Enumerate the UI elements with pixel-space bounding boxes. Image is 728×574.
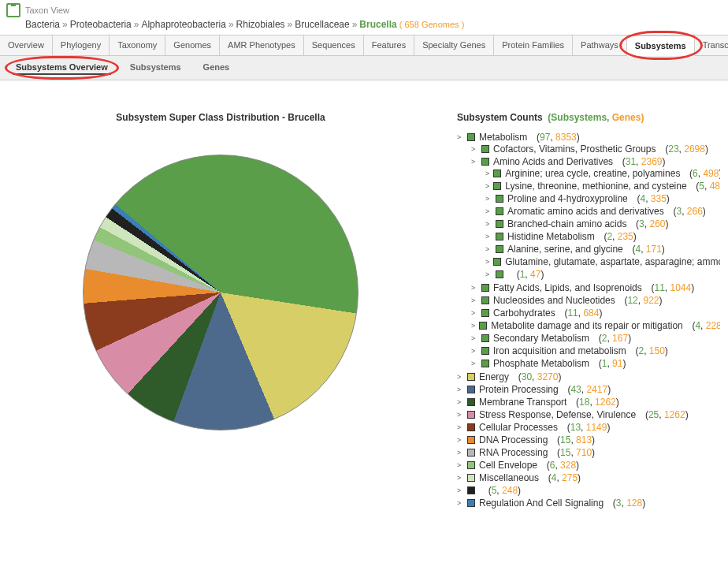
caret-icon[interactable]: > xyxy=(457,486,463,494)
tree-item[interactable]: >Alanine, serine, and glycine (4, 171) xyxy=(485,243,720,255)
tree-item[interactable]: >Regulation And Cell Signaling (3, 128) xyxy=(457,497,720,509)
breadcrumb-link[interactable]: Brucellaceae xyxy=(295,19,349,30)
tree-item[interactable]: >Cellular Processes (13, 1149) xyxy=(457,421,720,434)
tree-counts: (3, 260) xyxy=(630,218,668,229)
caret-icon[interactable]: > xyxy=(457,133,463,141)
tabbar: OverviewPhylogenyTaxonomyGenomesAMR Phen… xyxy=(0,35,728,56)
caret-icon[interactable]: > xyxy=(457,386,463,393)
tab-features[interactable]: Features xyxy=(364,35,414,55)
color-swatch xyxy=(467,436,475,444)
tree-item[interactable]: >DNA Processing (15, 813) xyxy=(457,434,720,446)
tree-label: Iron acquisition and metabolism xyxy=(493,345,626,356)
caret-icon[interactable]: > xyxy=(457,461,463,469)
color-swatch xyxy=(467,398,475,406)
tree-item[interactable]: >Iron acquisition and metabolism (2, 150… xyxy=(471,345,720,357)
tree-counts: (4, 228) xyxy=(687,320,720,331)
tree-item[interactable]: >Amino Acids and Derivatives (31, 2369)>… xyxy=(471,155,720,281)
tab-pathways[interactable]: Pathways xyxy=(573,35,627,55)
caret-icon[interactable]: > xyxy=(457,423,463,431)
caret-icon[interactable]: > xyxy=(457,474,463,482)
caret-icon[interactable]: > xyxy=(457,449,463,457)
tree-item[interactable]: >Protein Processing (43, 2417) xyxy=(457,383,720,396)
tree-item[interactable]: >Cofactors, Vitamins, Prosthetic Groups … xyxy=(471,143,720,155)
caret-icon[interactable]: > xyxy=(471,334,477,342)
breadcrumb-link[interactable]: Bacteria xyxy=(25,19,60,30)
subtab-subsystems[interactable]: Subsystems xyxy=(127,61,184,75)
caret-icon[interactable]: > xyxy=(457,499,463,507)
tree-item[interactable]: >Phosphate Metabolism (1, 91) xyxy=(471,357,720,370)
tree-item[interactable]: > (1, 47) xyxy=(485,268,720,281)
tree-item[interactable]: >Membrane Transport (18, 1262) xyxy=(457,396,720,408)
tree-item[interactable]: >Energy (30, 3270) xyxy=(457,371,720,383)
tree-item[interactable]: >Aromatic amino acids and derivatives (3… xyxy=(485,205,720,218)
caret-icon[interactable]: > xyxy=(485,258,489,266)
view-label: Taxon View xyxy=(25,6,69,15)
tree-counts: (12, 922) xyxy=(619,295,663,306)
tree-item[interactable]: >RNA Processing (15, 710) xyxy=(457,446,720,459)
caret-icon[interactable]: > xyxy=(471,360,477,367)
subtab-subsystems-overview[interactable]: Subsystems Overview xyxy=(13,61,111,75)
caret-icon[interactable]: > xyxy=(471,347,477,355)
tree-item[interactable]: >Stress Response, Defense, Virulence (25… xyxy=(457,408,720,421)
tab-taxonomy[interactable]: Taxonomy xyxy=(110,35,165,55)
tab-phylogeny[interactable]: Phylogeny xyxy=(53,35,110,55)
tree-label: Proline and 4-hydroxyproline xyxy=(507,193,628,204)
tab-transcriptomics[interactable]: Transcriptomics xyxy=(695,35,728,55)
tree-counts: (4, 335) xyxy=(632,193,670,204)
color-swatch xyxy=(481,360,489,367)
caret-icon[interactable]: > xyxy=(471,158,477,166)
caret-icon[interactable]: > xyxy=(471,145,477,153)
tab-subsystems[interactable]: Subsystems xyxy=(627,35,695,56)
tree-item[interactable]: >Arginine; urea cycle, creatine, polyami… xyxy=(485,167,720,180)
tree-item[interactable]: > (5, 248) xyxy=(457,484,720,497)
caret-icon[interactable]: > xyxy=(457,436,463,444)
tab-genomes[interactable]: Genomes xyxy=(165,35,220,55)
tree-item[interactable]: >Carbohydrates (11, 684) xyxy=(471,307,720,319)
caret-icon[interactable]: > xyxy=(485,170,489,177)
tree-label: Branched-chain amino acids xyxy=(507,218,626,229)
tree-item[interactable]: >Histidine Metabolism (2, 235) xyxy=(485,230,720,243)
tree-item[interactable]: >Metabolite damage and its repair or mit… xyxy=(471,319,720,332)
breadcrumb-link[interactable]: Proteobacteria xyxy=(70,19,132,30)
tree-counts: (4, 275) xyxy=(543,472,581,483)
tree-item[interactable]: >Proline and 4-hydroxyproline (4, 335) xyxy=(485,192,720,205)
caret-icon[interactable]: > xyxy=(457,398,463,406)
caret-icon[interactable]: > xyxy=(485,182,489,190)
caret-icon[interactable]: > xyxy=(485,233,492,240)
caret-icon[interactable]: > xyxy=(457,373,463,381)
tree-item[interactable]: >Metabolism (97, 8353)>Cofactors, Vitami… xyxy=(457,131,720,371)
tree-item[interactable]: >Secondary Metabolism (2, 167) xyxy=(471,332,720,345)
tab-protein-families[interactable]: Protein Families xyxy=(494,35,573,55)
caret-icon[interactable]: > xyxy=(485,270,492,278)
breadcrumb-link[interactable]: Alphaproteobacteria xyxy=(141,19,225,30)
caret-icon[interactable]: > xyxy=(471,309,477,317)
tab-sequences[interactable]: Sequences xyxy=(304,35,364,55)
tree-item[interactable]: >Miscellaneous (4, 275) xyxy=(457,472,720,484)
caret-icon[interactable]: > xyxy=(471,296,477,304)
tab-specialty-genes[interactable]: Specialty Genes xyxy=(414,35,494,55)
subtab-genes[interactable]: Genes xyxy=(200,61,233,75)
caret-icon[interactable]: > xyxy=(471,322,475,330)
caret-icon[interactable]: > xyxy=(457,411,463,419)
tree-item[interactable]: >Glutamine, glutamate, aspartate, aspara… xyxy=(485,255,720,268)
caret-icon[interactable]: > xyxy=(485,245,492,253)
tree-item[interactable]: >Branched-chain amino acids (3, 260) xyxy=(485,218,720,230)
color-swatch xyxy=(493,258,501,266)
caret-icon[interactable]: > xyxy=(485,195,492,203)
breadcrumb-active[interactable]: Brucella xyxy=(359,19,396,30)
tree-label: Stress Response, Defense, Virulence xyxy=(479,409,636,420)
tree-label: Metabolism xyxy=(479,132,527,143)
tree-item[interactable]: >Fatty Acids, Lipids, and Isoprenoids (1… xyxy=(471,281,720,294)
caret-icon[interactable]: > xyxy=(485,220,492,228)
breadcrumb-link[interactable]: Rhizobiales xyxy=(236,19,285,30)
tree-item[interactable]: >Nucleosides and Nucleotides (12, 922) xyxy=(471,294,720,307)
caret-icon[interactable]: > xyxy=(471,284,477,292)
tree-label: Phosphate Metabolism xyxy=(493,358,589,369)
tree-item[interactable]: >Cell Envelope (6, 328) xyxy=(457,459,720,472)
tree-label: Histidine Metabolism xyxy=(507,231,595,242)
tree-item[interactable]: >Lysine, threonine, methionine, and cyst… xyxy=(485,180,720,192)
tab-overview[interactable]: Overview xyxy=(0,35,53,55)
tab-amr-phenotypes[interactable]: AMR Phenotypes xyxy=(220,35,304,55)
caret-icon[interactable]: > xyxy=(485,207,492,215)
tree-counts: (2, 235) xyxy=(599,231,637,242)
